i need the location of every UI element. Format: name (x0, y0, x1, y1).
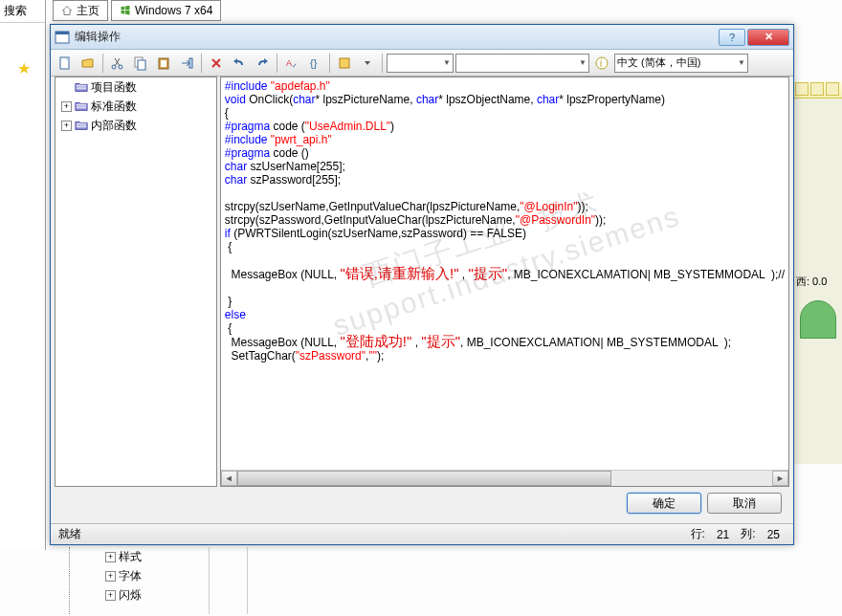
combo-2[interactable]: ▼ (455, 54, 589, 73)
chevron-down-icon: ▼ (579, 58, 587, 67)
svg-text:✓: ✓ (292, 62, 298, 69)
svg-rect-9 (189, 58, 192, 68)
goto-button[interactable] (176, 53, 197, 74)
compile-icon (337, 55, 352, 71)
expand-icon[interactable]: + (61, 101, 72, 112)
dialog-title: 编辑操作 (75, 29, 717, 45)
language-combo[interactable]: 中文 (简体，中国)▼ (614, 54, 748, 73)
status-line-value: 21 (711, 528, 735, 541)
svg-rect-6 (138, 60, 145, 70)
open-icon (80, 55, 96, 71)
function-tree[interactable]: 项目函数 + 标准函数 + 内部函数 (55, 77, 217, 487)
scroll-right-icon[interactable]: ► (772, 471, 788, 486)
toolbar: A✓ {} ▼ ▼ i 中文 (简体，中国)▼ (51, 50, 793, 77)
brackets-icon: {} (307, 55, 322, 71)
svg-rect-8 (161, 60, 166, 67)
horizontal-scrollbar[interactable]: ◄ ► (221, 470, 788, 486)
status-ready: 就绪 (58, 526, 685, 542)
bg-right-buttons (794, 81, 842, 99)
tree-item-standard-functions[interactable]: + 标准函数 (55, 97, 216, 116)
svg-rect-1 (55, 32, 69, 34)
info-icon: i (594, 55, 609, 71)
folder-icon (75, 100, 88, 112)
svg-point-3 (112, 65, 116, 69)
new-button[interactable] (55, 53, 76, 74)
expand-icon[interactable]: + (105, 571, 116, 582)
cut-button[interactable] (107, 53, 128, 74)
redo-icon (255, 55, 270, 71)
bg-btree-2[interactable]: 闪烁 (119, 585, 142, 605)
tree-item-project-functions[interactable]: 项目函数 (55, 77, 216, 97)
open-button[interactable] (78, 53, 99, 74)
combo-1[interactable]: ▼ (387, 54, 454, 73)
tree-item-internal-functions[interactable]: + 内部函数 (55, 116, 216, 135)
tree-label: 项目函数 (91, 79, 137, 95)
paste-icon (156, 55, 171, 71)
copy-button[interactable] (130, 53, 151, 74)
svg-text:{}: {} (310, 57, 318, 69)
undo-button[interactable] (229, 53, 250, 74)
close-button[interactable]: ✕ (747, 29, 789, 46)
svg-rect-13 (340, 58, 349, 68)
scroll-left-icon[interactable]: ◄ (221, 471, 237, 486)
delete-button[interactable] (206, 53, 227, 74)
chevron-down-icon: ▼ (443, 58, 451, 67)
bg-btree-0[interactable]: 样式 (119, 547, 142, 566)
bg-tab-home[interactable]: 主页 (53, 0, 108, 21)
home-icon (61, 5, 73, 16)
redo-button[interactable] (252, 53, 273, 74)
bg-tab-home-label: 主页 (77, 3, 100, 19)
undo-icon (232, 55, 247, 71)
scroll-thumb[interactable] (237, 471, 611, 486)
titlebar[interactable]: 编辑操作 ? ✕ (51, 25, 793, 50)
expand-icon[interactable]: + (105, 590, 116, 601)
new-icon (57, 55, 73, 71)
expand-icon[interactable]: + (61, 121, 72, 131)
language-value: 中文 (简体，中国) (617, 55, 700, 70)
delete-icon (209, 55, 224, 71)
bg-search-label: 搜索 (0, 0, 45, 23)
windows-icon (120, 5, 131, 16)
compile-button[interactable] (334, 53, 355, 74)
statusbar: 就绪 行: 21 列: 25 (51, 523, 793, 544)
svg-point-4 (119, 65, 122, 69)
bg-tab-win-label: Windows 7 x64 (135, 4, 212, 17)
bg-tab-windows[interactable]: Windows 7 x64 (111, 0, 221, 21)
chevron-down-icon: ▼ (738, 58, 745, 67)
status-line-label: 行: (685, 526, 711, 542)
chevron-down-icon (363, 55, 372, 71)
bg-btree-1[interactable]: 字体 (119, 566, 142, 585)
cancel-button[interactable]: 取消 (707, 493, 782, 514)
expand-icon[interactable]: + (105, 552, 116, 562)
goto-icon (179, 55, 194, 71)
info-button[interactable]: i (591, 53, 612, 74)
bg-right-label: 西: 0.0 (794, 271, 842, 293)
check-icon: A✓ (284, 55, 299, 71)
brackets-button[interactable]: {} (304, 53, 325, 74)
code-text[interactable]: #include "apdefap.h" void OnClick(char* … (221, 77, 788, 470)
status-col-value: 25 (762, 528, 786, 541)
edit-action-dialog: 编辑操作 ? ✕ A✓ {} ▼ ▼ i 中文 (简体，中国)▼ 项目函 (50, 24, 794, 545)
bg-green-shape (800, 300, 836, 339)
folder-icon (75, 120, 88, 131)
tree-label: 内部函数 (91, 118, 137, 133)
ok-button[interactable]: 确定 (627, 493, 701, 514)
status-col-label: 列: (735, 526, 761, 542)
svg-text:i: i (600, 58, 602, 69)
tree-label: 标准函数 (91, 99, 137, 114)
scroll-track[interactable] (237, 471, 772, 486)
dropdown-button[interactable] (357, 53, 378, 74)
paste-button[interactable] (153, 53, 174, 74)
check-button[interactable]: A✓ (281, 53, 302, 74)
help-button[interactable]: ? (719, 29, 745, 46)
folder-icon (75, 81, 88, 93)
cut-icon (110, 55, 125, 71)
copy-icon (133, 55, 148, 71)
favorite-star-icon: ★ (17, 59, 31, 77)
app-icon (55, 30, 70, 45)
bg-bottom-tree: +样式 +字体 +闪烁 (53, 547, 244, 605)
code-editor[interactable]: #include "apdefap.h" void OnClick(char* … (220, 77, 789, 487)
